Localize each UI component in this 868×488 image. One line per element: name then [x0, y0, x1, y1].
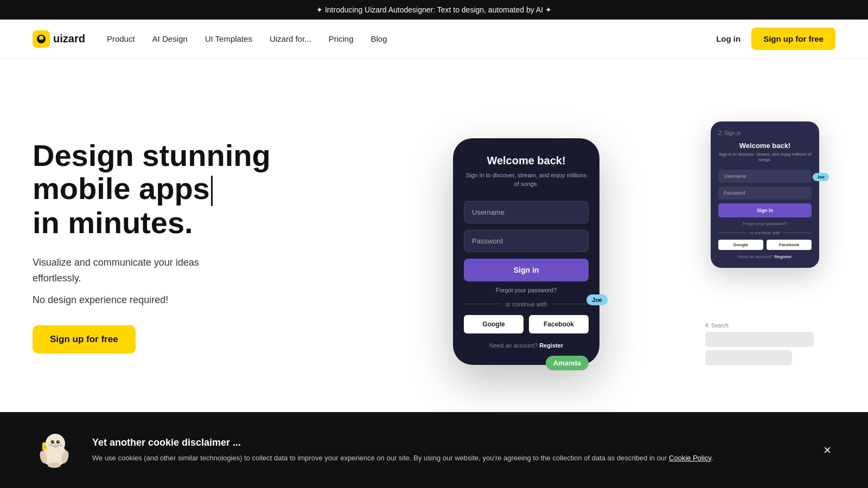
nav-actions: Log in Sign up for free [716, 28, 835, 50]
phone-divider: or continue with [464, 301, 589, 307]
phone-google-btn[interactable]: Google [464, 315, 524, 333]
pss-bar2 [705, 350, 792, 365]
hero-title: Design stunning mobile apps in minutes. [33, 139, 347, 240]
hero-subtitle2: No design experience required! [33, 294, 347, 306]
phone-password-input[interactable]: Password [464, 230, 589, 252]
joe-avatar-secondary: Joe [813, 173, 829, 181]
phone-signin-button[interactable]: Sign in [464, 259, 589, 281]
phone-main-title: Welcome back! [464, 155, 589, 167]
ps-signin-btn[interactable]: Sign in [718, 203, 812, 217]
ps-step-label: 2. Sign in [718, 130, 812, 136]
ps-divider-right [783, 233, 812, 233]
logo-link[interactable]: uizard [33, 30, 85, 48]
svg-point-1 [39, 36, 43, 40]
ps-google-btn[interactable]: Google [718, 240, 763, 250]
divider-line-right [552, 304, 589, 304]
nav-product[interactable]: Product [107, 34, 135, 43]
logo-icon [33, 30, 50, 48]
phone-search-snippet: 4. Search [705, 323, 814, 365]
pss-bar1 [705, 332, 814, 347]
hero-subtitle1: Visualize and communicate your ideas eff… [33, 255, 347, 286]
navbar: uizard Product AI Design UI Templates Ui… [0, 20, 868, 59]
cookie-banner: OK Yet another cookie disclaimer ... [0, 412, 868, 423]
phone-forgot-link[interactable]: Forgot your password? [464, 287, 589, 293]
login-button[interactable]: Log in [716, 34, 741, 43]
phone-social-buttons: Google Facebook [464, 315, 589, 333]
amanda-avatar: Amanda [546, 356, 589, 370]
nav-links: Product AI Design UI Templates Uizard fo… [107, 34, 716, 43]
phone-main: Welcome back! Sign in to discover, strea… [453, 138, 599, 365]
divider-line-left [464, 304, 501, 304]
phone-secondary: 2. Sign in Welcome back! Sign in to disc… [711, 121, 819, 268]
ps-username: Username [718, 170, 812, 183]
ps-register: Need an account? Register [718, 254, 812, 259]
svg-point-2 [39, 40, 44, 43]
nav-blog[interactable]: Blog [371, 34, 387, 43]
pss-label: 4. Search [705, 323, 814, 329]
ps-forgot: Forgot your password? [718, 221, 812, 226]
ps-divider-left [718, 233, 747, 233]
joe-avatar-main: Joe [586, 294, 608, 305]
ps-password: Password [718, 187, 812, 200]
phone-facebook-btn[interactable]: Facebook [529, 315, 589, 333]
announcement-banner: ✦ Introducing Uizard Autodesigner: Text … [0, 0, 868, 20]
nav-ai-design[interactable]: AI Design [152, 34, 188, 43]
hero-signup-button[interactable]: Sign up for free [33, 325, 136, 354]
hero-visual: 2. Sign in Welcome back! Sign in to disc… [347, 111, 835, 382]
nav-ui-templates[interactable]: UI Templates [205, 34, 252, 43]
logo-text: uizard [53, 33, 85, 45]
ps-title: Welcome back! [718, 142, 812, 150]
phone-username-input[interactable]: Username [464, 201, 589, 223]
banner-text: ✦ Introducing Uizard Autodesigner: Text … [316, 5, 552, 14]
ps-social-btns: Google Facebook [718, 240, 812, 250]
phone-main-subtitle: Sign in to discover, stream, and enjoy m… [464, 171, 589, 188]
ps-divider-text: or continue with [750, 230, 780, 235]
divider-text: or continue with [505, 301, 547, 307]
nav-uizard-for[interactable]: Uizard for... [270, 34, 311, 43]
ps-facebook-btn[interactable]: Facebook [767, 240, 812, 250]
ps-subtitle: Sign in to discover, stream, and enjoy m… [718, 152, 812, 163]
hero-content: Design stunning mobile apps in minutes. … [33, 139, 347, 354]
nav-pricing[interactable]: Pricing [329, 34, 354, 43]
hero-section: Design stunning mobile apps in minutes. … [0, 59, 868, 423]
phone-register: Need an account? Register [464, 342, 589, 349]
navbar-signup-button[interactable]: Sign up for free [751, 28, 835, 50]
